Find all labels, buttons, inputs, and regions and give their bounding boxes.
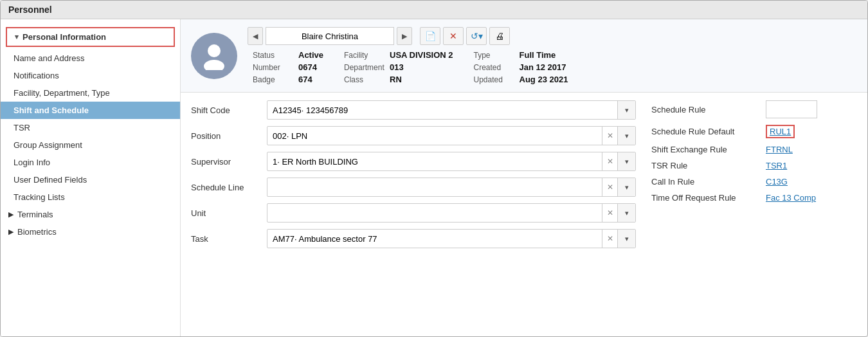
sidebar-item-group-assignment[interactable]: Group Assignment: [1, 136, 180, 154]
class-value: RN: [390, 75, 402, 84]
sidebar-item-login-info[interactable]: Login Info: [1, 154, 180, 171]
employee-name-field[interactable]: [266, 27, 394, 45]
avatar-icon: [200, 42, 228, 70]
shift-code-label: Shift Code: [191, 105, 262, 115]
supervisor-input[interactable]: [267, 152, 602, 170]
delete-icon: ✕: [449, 31, 457, 41]
toolbar-buttons: 📄 ✕ ↺▾ 🖨: [420, 27, 510, 45]
delete-button[interactable]: ✕: [443, 27, 464, 45]
schedule-rule-value-box[interactable]: [766, 100, 817, 118]
window-title: Personnel: [8, 5, 52, 15]
tsr-rule-value[interactable]: TSR1: [766, 161, 787, 170]
main-content: ◀ ▶ 📄 ✕: [181, 19, 867, 336]
reset-button[interactable]: ↺▾: [466, 27, 487, 45]
unit-dropdown-btn[interactable]: ▾: [617, 204, 635, 222]
personal-information-header[interactable]: ▾ Personal Information: [6, 27, 175, 47]
terminals-chevron-icon: ▶: [8, 210, 14, 219]
created-label: Created: [474, 63, 516, 72]
time-off-request-rule-label: Time Off Request Rule: [651, 193, 761, 203]
schedule-line-dropdown-btn[interactable]: ▾: [617, 178, 635, 196]
biometrics-chevron-icon: ▶: [8, 228, 14, 236]
position-input[interactable]: [267, 127, 602, 145]
schedule-line-row: Schedule Line ✕ ▾: [191, 178, 636, 197]
section-header-label: Personal Information: [23, 32, 106, 42]
supervisor-clear-btn[interactable]: ✕: [602, 152, 617, 170]
save-icon: 📄: [425, 31, 436, 41]
task-row: Task ✕ ▾: [191, 229, 636, 248]
info-col-left: Status Active Number 0674 Badge 674: [253, 50, 323, 84]
position-dropdown-btn[interactable]: ▾: [617, 127, 635, 145]
sidebar-item-user-defined[interactable]: User Defined Fields: [1, 171, 180, 188]
next-icon: ▶: [402, 32, 407, 41]
task-label: Task: [191, 234, 262, 244]
class-label: Class: [344, 75, 386, 84]
position-label: Position: [191, 131, 262, 141]
sidebar-item-shift-schedule[interactable]: Shift and Schedule: [1, 102, 180, 119]
created-value: Jan 12 2017: [520, 62, 566, 72]
sidebar-item-biometrics[interactable]: ▶ Biometrics: [1, 223, 180, 241]
schedule-line-label: Schedule Line: [191, 183, 262, 192]
shift-exchange-rule-row: Shift Exchange Rule FTRNL: [651, 145, 857, 154]
task-clear-btn[interactable]: ✕: [602, 230, 617, 248]
unit-input[interactable]: [267, 204, 602, 222]
badge-value: 674: [298, 75, 312, 84]
task-input[interactable]: [267, 230, 602, 248]
position-clear-btn[interactable]: ✕: [602, 127, 617, 145]
unit-clear-btn[interactable]: ✕: [602, 204, 617, 222]
info-col-middle: Facility USA DIVISION 2 Department 013 C…: [344, 50, 453, 84]
type-value: Full Time: [520, 50, 556, 60]
sidebar-item-notifications[interactable]: Notifications: [1, 67, 180, 84]
svg-point-1: [204, 60, 224, 70]
number-value: 0674: [298, 62, 317, 72]
shift-code-input[interactable]: [267, 101, 617, 119]
form-right: Schedule Rule Schedule Rule Default RUL1…: [651, 100, 857, 329]
prev-icon: ◀: [253, 32, 258, 41]
updated-label: Updated: [474, 75, 516, 84]
call-in-rule-value[interactable]: C13G: [766, 177, 788, 187]
type-label: Type: [474, 51, 516, 60]
task-field: ✕ ▾: [267, 229, 636, 248]
sidebar: ▾ Personal Information Name and Address …: [1, 19, 181, 336]
sidebar-item-terminals[interactable]: ▶ Terminals: [1, 206, 180, 223]
avatar: [191, 33, 237, 79]
next-button[interactable]: ▶: [397, 27, 412, 45]
type-row: Type Full Time: [474, 50, 568, 60]
unit-label: Unit: [191, 208, 262, 218]
shift-exchange-rule-label: Shift Exchange Rule: [651, 145, 761, 154]
schedule-line-field: ✕ ▾: [267, 178, 636, 197]
sidebar-item-tracking-lists[interactable]: Tracking Lists: [1, 188, 180, 206]
status-label: Status: [253, 51, 294, 60]
shift-exchange-rule-value[interactable]: FTRNL: [766, 145, 793, 154]
personnel-window: Personnel ▾ Personal Information Name an…: [0, 0, 868, 337]
shift-code-dropdown-btn[interactable]: ▾: [617, 101, 635, 119]
profile-info: Status Active Number 0674 Badge 674: [253, 50, 568, 84]
save-button[interactable]: 📄: [420, 27, 440, 45]
print-icon: 🖨: [495, 31, 504, 41]
call-in-rule-row: Call In Rule C13G: [651, 177, 857, 187]
supervisor-dropdown-btn[interactable]: ▾: [617, 152, 635, 170]
prev-button[interactable]: ◀: [248, 27, 263, 45]
time-off-request-rule-value[interactable]: Fac 13 Comp: [766, 193, 816, 203]
form-area: Shift Code ▾ Position ✕ ▾: [181, 93, 867, 336]
sidebar-item-facility-dept-type[interactable]: Facility, Department, Type: [1, 84, 180, 102]
schedule-rule-label: Schedule Rule: [651, 105, 761, 114]
updated-value: Aug 23 2021: [520, 75, 568, 84]
form-left: Shift Code ▾ Position ✕ ▾: [191, 100, 636, 329]
status-value: Active: [298, 50, 323, 60]
department-value: 013: [390, 62, 404, 72]
position-row: Position ✕ ▾: [191, 126, 636, 145]
profile-header: ◀ ▶ 📄 ✕: [181, 19, 867, 93]
schedule-rule-default-value[interactable]: RUL1: [766, 125, 795, 138]
chevron-icon: ▾: [15, 33, 19, 41]
schedule-line-input[interactable]: [267, 178, 602, 196]
sidebar-item-name-address[interactable]: Name and Address: [1, 50, 180, 67]
sidebar-item-tsr[interactable]: TSR: [1, 119, 180, 136]
department-row: Department 013: [344, 62, 453, 72]
call-in-rule-label: Call In Rule: [651, 177, 761, 187]
unit-row: Unit ✕ ▾: [191, 203, 636, 223]
task-dropdown-btn[interactable]: ▾: [617, 230, 635, 248]
schedule-line-clear-btn[interactable]: ✕: [602, 178, 617, 196]
info-col-right: Type Full Time Created Jan 12 2017 Updat…: [474, 50, 568, 84]
print-button[interactable]: 🖨: [489, 27, 510, 45]
window-title-bar: Personnel: [1, 1, 867, 19]
